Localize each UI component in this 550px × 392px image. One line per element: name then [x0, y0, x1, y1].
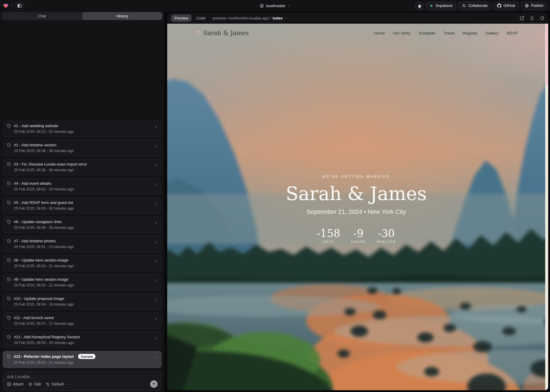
tab-chat[interactable]: Chat	[2, 12, 82, 20]
history-item-title: #8 - Update hero section image	[14, 258, 68, 262]
site-nav-link[interactable]: Registry	[463, 31, 478, 35]
open-external-icon[interactable]	[520, 16, 524, 20]
publish-button[interactable]: Publish	[521, 2, 547, 10]
history-item[interactable]: #12 - Add Honeyfund Registry Section 25 …	[3, 332, 162, 348]
send-button[interactable]	[150, 380, 158, 388]
collaborate-button[interactable]: Collaborate	[458, 2, 491, 10]
preview-url-domain: preview--lovefrontier.lovable.app /	[213, 16, 271, 20]
mode-label: Default	[52, 382, 64, 386]
globe-icon	[259, 4, 264, 8]
history-item-title: #2 - Add timeline section	[14, 143, 56, 147]
chevron-right-icon	[154, 183, 158, 187]
history-item[interactable]: #3 - Fix: Resolve Lucide-react import er…	[3, 159, 162, 175]
history-item[interactable]: #11 - Add brunch event 25 Feb 2025, 08:5…	[3, 313, 162, 329]
tab-code[interactable]: Code	[196, 16, 205, 20]
mobile-view-icon[interactable]	[530, 16, 534, 20]
site-brand[interactable]: Sarah & James	[195, 29, 249, 37]
site-nav-link[interactable]: Home	[374, 31, 385, 35]
chevron-down-icon	[288, 4, 291, 7]
project-switcher[interactable]: lovefrontier	[259, 0, 290, 11]
prompt-composer[interactable]: Attach Edit Default	[3, 371, 162, 391]
current-badge: Current	[78, 354, 95, 359]
site-brand-label: Sarah & James	[203, 29, 249, 37]
history-item-time: 25 Feb 2025, 08:38 - 36 minutes ago	[14, 168, 158, 172]
site-nav-link[interactable]: RSVP	[506, 31, 518, 35]
chevron-down-icon	[65, 383, 68, 386]
preview-scrollbar[interactable]	[545, 24, 548, 390]
hero-title: Sarah & James	[167, 184, 545, 204]
history-item[interactable]: #2 - Add timeline section 25 Feb 2025, 0…	[3, 140, 162, 156]
history-restore-icon	[7, 124, 11, 128]
tab-preview-label: Preview	[174, 16, 188, 20]
history-item[interactable]: #6 - Update navigation links 25 Feb 2025…	[3, 217, 162, 233]
history-item[interactable]: #8 - Update hero section image 25 Feb 20…	[3, 255, 162, 271]
settings-button[interactable]	[415, 2, 423, 10]
tab-history[interactable]: History	[82, 12, 163, 20]
history-item-time: 25 Feb 2025, 08:53 - 21 minutes ago	[14, 283, 158, 287]
countdown-unit: -158 DAYS	[317, 227, 340, 244]
preview-url[interactable]: preview--lovefrontier.lovable.app / inde…	[213, 16, 287, 20]
site-preview-iframe[interactable]: Sarah & James Home Our Story Schedule Tr…	[167, 24, 548, 390]
edit-select-button[interactable]: Edit	[28, 382, 41, 386]
heart-outline-icon	[195, 30, 201, 36]
history-item-title: #1 - Add wedding website	[14, 124, 58, 128]
sidebar-toggle-button[interactable]	[15, 1, 24, 10]
attach-label: Attach	[13, 382, 23, 386]
countdown-label: HOURS	[351, 240, 366, 244]
edit-label: Edit	[34, 382, 41, 386]
history-item[interactable]: #9 - Update hero section image 25 Feb 20…	[3, 274, 162, 291]
history-restore-icon	[7, 258, 11, 262]
history-item[interactable]: #4 - Add event details 25 Feb 2025, 08:4…	[3, 178, 162, 195]
history-item-title: #7 - Add timeline photos	[14, 239, 56, 243]
countdown-label: MINUTES	[377, 240, 396, 244]
history-restore-icon	[7, 220, 11, 224]
chevron-right-icon	[154, 298, 158, 302]
lovable-app-window: lovefrontier Supabase Collaborate	[0, 0, 550, 392]
countdown-value: -30	[377, 227, 396, 239]
history-restore-icon	[7, 143, 11, 147]
arrow-up-icon	[152, 382, 156, 386]
site-nav-link[interactable]: Gallery	[485, 31, 498, 35]
history-item-time: 25 Feb 2025, 08:48 - 26 minutes ago	[14, 226, 158, 230]
history-restore-icon	[7, 316, 11, 320]
history-item[interactable]: #1 - Add wedding website 25 Feb 2025, 08…	[3, 121, 162, 137]
history-item-title: #4 - Add event details	[14, 181, 51, 186]
hero-eyebrow: WE'RE GETTING MARRIED	[167, 175, 545, 179]
history-item[interactable]: #13 - Refactor index page layout Current…	[3, 351, 162, 368]
chevron-right-icon	[154, 259, 158, 263]
hero-section: WE'RE GETTING MARRIED Sarah & James Sept…	[167, 175, 545, 244]
chevron-right-icon	[154, 240, 158, 244]
history-item-time: 25 Feb 2025, 08:59 - 15 minutes ago	[14, 341, 158, 345]
refresh-icon[interactable]	[540, 16, 544, 20]
chevron-right-icon	[154, 125, 158, 129]
hero-date-location: September 21, 2024 • New York City	[167, 208, 545, 215]
history-item[interactable]: #7 - Add timeline photos 25 Feb 2025, 08…	[3, 236, 162, 252]
chat-history-panel: Chat History #1 - Add wedding website	[0, 11, 164, 392]
history-item[interactable]: #10 - Update proposal image 25 Feb 2025,…	[3, 293, 162, 310]
mode-select[interactable]: Default	[46, 382, 68, 386]
chevron-right-icon	[154, 163, 158, 167]
supabase-button[interactable]: Supabase	[426, 2, 456, 10]
top-bar: lovefrontier Supabase Collaborate	[0, 0, 550, 11]
history-item-title: #6 - Update navigation links	[14, 220, 62, 224]
site-nav-link[interactable]: Our Story	[393, 31, 410, 35]
history-restore-icon	[7, 354, 11, 359]
countdown: -158 DAYS -9 HOURS -30 MINUTES	[167, 227, 545, 244]
history-item-time: 25 Feb 2025, 08:57 - 17 minutes ago	[14, 322, 158, 326]
chevron-right-icon	[154, 202, 158, 206]
history-item[interactable]: #5 - Add RSVP form and guest list 25 Feb…	[3, 197, 162, 214]
history-item-time: 25 Feb 2025, 08:43 - 30 minutes ago	[14, 206, 158, 211]
site-nav-link[interactable]: Travel	[443, 31, 455, 35]
prompt-input[interactable]	[7, 374, 158, 379]
history-restore-icon	[7, 181, 11, 186]
tab-preview[interactable]: Preview	[171, 14, 192, 22]
history-list: #1 - Add wedding website 25 Feb 2025, 08…	[3, 121, 162, 368]
supabase-icon	[429, 4, 434, 8]
scrollbar-thumb[interactable]	[545, 24, 548, 85]
site-nav-link[interactable]: Schedule	[419, 31, 435, 35]
lovable-logo-menu[interactable]	[3, 3, 13, 8]
crosshair-icon	[28, 382, 32, 386]
users-icon	[462, 4, 466, 8]
attach-button[interactable]: Attach	[7, 382, 23, 386]
github-button[interactable]: GitHub	[494, 2, 519, 10]
